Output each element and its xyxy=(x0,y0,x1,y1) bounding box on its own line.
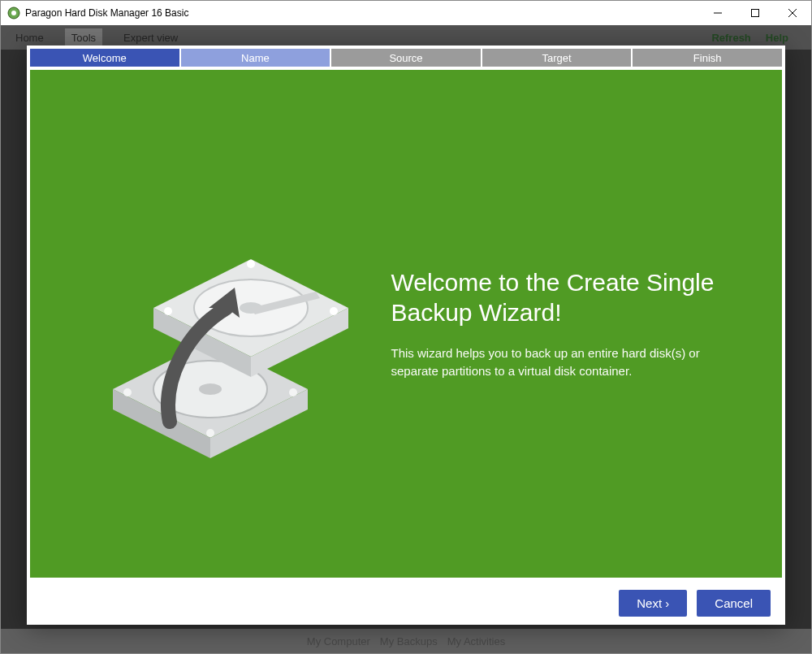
svg-point-1 xyxy=(11,11,16,15)
minimize-button[interactable] xyxy=(699,1,736,25)
svg-rect-3 xyxy=(752,10,759,17)
next-button[interactable]: Next › xyxy=(619,590,687,617)
svg-point-11 xyxy=(123,388,132,396)
window-title: Paragon Hard Disk Manager 16 Basic xyxy=(25,7,699,19)
svg-point-20 xyxy=(164,307,172,315)
wizard-footer: Next › Cancel xyxy=(27,581,785,625)
svg-point-13 xyxy=(206,429,214,437)
wizard-heading: Welcome to the Create Single Backup Wiza… xyxy=(391,267,743,328)
titlebar: Paragon Hard Disk Manager 16 Basic xyxy=(1,1,811,25)
step-source[interactable]: Source xyxy=(331,49,481,67)
cancel-button[interactable]: Cancel xyxy=(697,590,771,617)
wizard-text: Welcome to the Create Single Backup Wiza… xyxy=(391,267,782,381)
wizard-description: This wizard helps you to back up an enti… xyxy=(391,344,743,381)
app-body: Home Tools Expert view Refresh Help My C… xyxy=(1,25,811,653)
wizard-steps: Welcome Name Source Target Finish xyxy=(30,49,782,67)
step-finish[interactable]: Finish xyxy=(633,49,782,67)
window-controls xyxy=(699,1,811,25)
step-name[interactable]: Name xyxy=(181,49,330,67)
wizard-content: Welcome to the Create Single Backup Wiza… xyxy=(30,70,782,578)
app-icon xyxy=(7,6,20,19)
svg-point-10 xyxy=(199,383,222,395)
close-button[interactable] xyxy=(774,1,811,25)
svg-point-21 xyxy=(330,307,338,315)
backup-wizard-dialog: Welcome Name Source Target Finish xyxy=(27,45,785,625)
step-welcome[interactable]: Welcome xyxy=(30,49,179,67)
step-target[interactable]: Target xyxy=(482,49,632,67)
hard-disk-backup-icon xyxy=(30,178,391,470)
svg-point-22 xyxy=(247,260,255,268)
svg-point-12 xyxy=(289,388,297,396)
maximize-button[interactable] xyxy=(736,1,774,25)
